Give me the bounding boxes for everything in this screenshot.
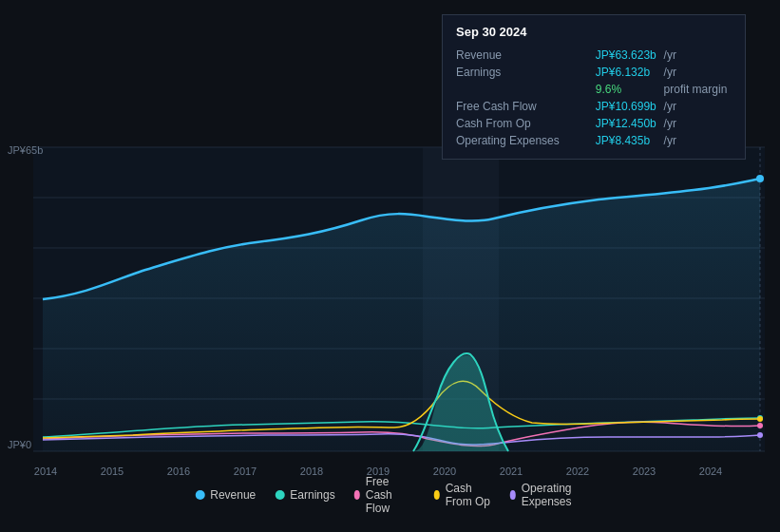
svg-point-13	[757, 423, 763, 428]
legend-item[interactable]: Operating Expenses	[510, 482, 585, 508]
legend-label: Free Cash Flow	[366, 475, 415, 515]
x-label-2024: 2024	[699, 466, 722, 477]
x-label-2023: 2023	[633, 466, 656, 477]
legend-dot	[354, 490, 360, 500]
legend-label: Operating Expenses	[522, 482, 585, 508]
legend-dot	[195, 490, 204, 500]
tooltip-row: Free Cash Flow JP¥10.699b /yr	[456, 98, 732, 115]
tooltip: Sep 30 2024 Revenue JP¥63.623b /yr Earni…	[442, 14, 746, 160]
legend-label: Cash From Op	[446, 482, 491, 508]
tooltip-row: Revenue JP¥63.623b /yr	[456, 47, 732, 64]
svg-point-14	[757, 416, 763, 422]
x-label-2015: 2015	[101, 466, 124, 477]
tooltip-date: Sep 30 2024	[456, 25, 732, 39]
legend-dot	[275, 490, 284, 500]
tooltip-row: Cash From Op JP¥12.450b /yr	[456, 115, 732, 132]
legend-item[interactable]: Cash From Op	[434, 482, 491, 508]
legend-item[interactable]: Revenue	[195, 488, 256, 502]
legend-dot	[510, 490, 516, 500]
legend-dot	[434, 490, 440, 500]
legend-label: Earnings	[290, 488, 334, 502]
legend-item[interactable]: Earnings	[275, 488, 334, 502]
chart-container: JP¥65b JP¥0 2014 2015 2016 2017 2018 201…	[0, 0, 780, 532]
tooltip-row: Operating Expenses JP¥8.435b /yr	[456, 132, 732, 149]
y-label-top: JP¥65b	[8, 144, 43, 156]
x-label-2016: 2016	[167, 466, 190, 477]
svg-point-11	[756, 175, 764, 182]
tooltip-table: Revenue JP¥63.623b /yr Earnings JP¥6.132…	[456, 47, 732, 149]
svg-point-15	[757, 432, 763, 438]
tooltip-row: Earnings JP¥6.132b /yr	[456, 64, 732, 81]
tooltip-row: 9.6% profit margin	[456, 81, 732, 98]
legend-item[interactable]: Free Cash Flow	[354, 475, 415, 515]
legend-label: Revenue	[210, 488, 256, 502]
y-label-bottom: JP¥0	[8, 439, 31, 450]
x-label-2014: 2014	[34, 466, 57, 477]
legend: Revenue Earnings Free Cash Flow Cash Fro…	[195, 475, 585, 515]
